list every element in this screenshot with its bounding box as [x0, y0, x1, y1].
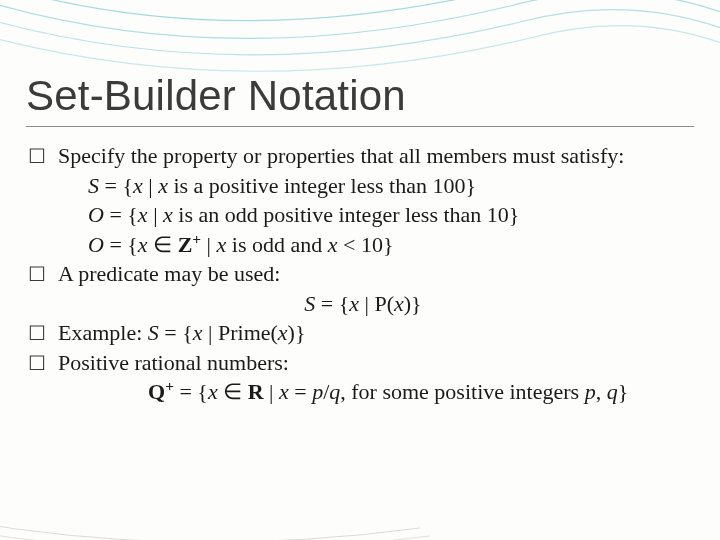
slide-body: Specify the property or properties that … — [28, 142, 698, 408]
eq-O-def1: O = {x | x is an odd positive integer le… — [28, 201, 698, 229]
bullet-predicate: A predicate may be used: — [28, 260, 698, 288]
bullet-specify: Specify the property or properties that … — [28, 142, 698, 170]
title-underline — [26, 126, 694, 127]
eq-S-def: S = {x | x is a positive integer less th… — [28, 172, 698, 200]
eq-Q-def: Q+ = {x ∈ R | x = p/q, for some positive… — [28, 378, 698, 406]
slide-title: Set-Builder Notation — [26, 72, 406, 120]
eq-O-def2: O = {x ∈ Z+ | x is odd and x < 10} — [28, 231, 698, 259]
bullet-rationals: Positive rational numbers: — [28, 349, 698, 377]
bullet-example: Example: S = {x | Prime(x)} — [28, 319, 698, 347]
eq-predicate: S = {x | P(x)} — [28, 290, 698, 318]
